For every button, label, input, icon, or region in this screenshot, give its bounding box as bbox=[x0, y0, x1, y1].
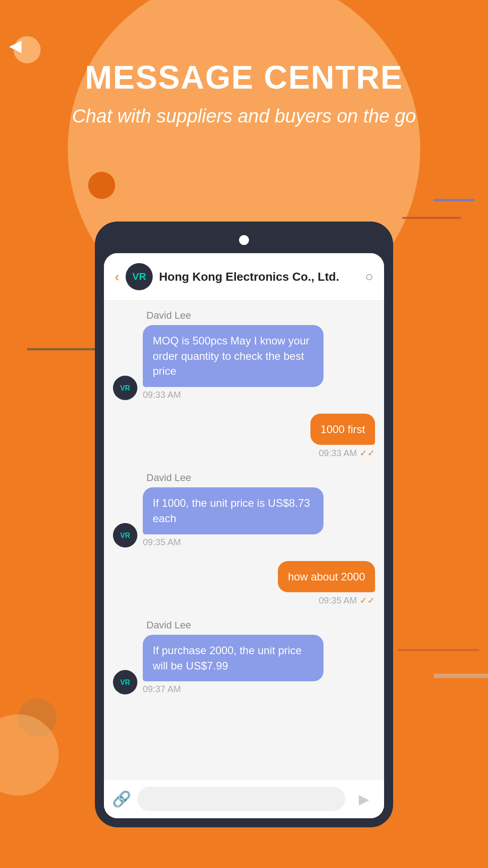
bubble-2: 1000 first bbox=[310, 414, 375, 445]
message-group-4: how about 2000 09:35 AM ✓✓ bbox=[113, 561, 375, 606]
message-input[interactable] bbox=[137, 787, 345, 811]
chat-header: ‹ VR Hong Kong Electronics Co., Ltd. ○ bbox=[104, 253, 384, 301]
message-group-2: 1000 first 09:33 AM ✓✓ bbox=[113, 414, 375, 459]
message-row-4: how about 2000 09:35 AM ✓✓ bbox=[113, 561, 375, 606]
bg-line-red-bottom bbox=[398, 649, 479, 651]
message-row-1: VR MOQ is 500pcs May I know your order q… bbox=[113, 325, 375, 400]
message-row-2: 1000 first 09:33 AM ✓✓ bbox=[113, 414, 375, 459]
message-group-3: David Lee VR If 1000, the unit price is … bbox=[113, 472, 375, 547]
message-time-5: 09:37 AM bbox=[143, 684, 324, 694]
contact-name: Hong Kong Electronics Co., Ltd. bbox=[159, 270, 365, 284]
message-group-5: David Lee VR If purchase 2000, the unit … bbox=[113, 619, 375, 694]
page-subtitle: Chat with suppliers and buyers on the go bbox=[0, 104, 488, 129]
bg-line-red bbox=[402, 217, 461, 219]
contact-avatar: VR bbox=[126, 263, 153, 290]
svg-text:VR: VR bbox=[120, 679, 131, 687]
svg-text:VR: VR bbox=[132, 271, 146, 282]
bubble-1: MOQ is 500pcs May I know your order quan… bbox=[143, 325, 324, 387]
bubble-4: how about 2000 bbox=[278, 561, 375, 593]
bg-circle-orange bbox=[88, 172, 115, 199]
tick-icon-1: ✓✓ bbox=[360, 448, 375, 458]
chat-back-button[interactable]: ‹ bbox=[115, 269, 119, 284]
bubble-3: If 1000, the unit price is US$8.73 each bbox=[143, 487, 324, 534]
msg-avatar-5: VR bbox=[113, 670, 137, 694]
message-row-5: VR If purchase 2000, the unit price will… bbox=[113, 635, 375, 694]
attach-icon[interactable]: 🔗 bbox=[112, 790, 131, 808]
svg-text:VR: VR bbox=[120, 532, 131, 539]
page-back-arrow[interactable]: ◀ bbox=[9, 36, 22, 55]
sender-name-5: David Lee bbox=[146, 619, 375, 631]
chat-screen: ‹ VR Hong Kong Electronics Co., Ltd. ○ D… bbox=[104, 253, 384, 818]
bubble-5: If purchase 2000, the unit price will be… bbox=[143, 635, 324, 681]
msg-avatar-1: VR bbox=[113, 376, 137, 400]
svg-text:VR: VR bbox=[120, 384, 131, 392]
message-row-3: VR If 1000, the unit price is US$8.73 ea… bbox=[113, 487, 375, 547]
chat-search-icon[interactable]: ○ bbox=[365, 269, 373, 284]
message-time-3: 09:35 AM bbox=[143, 537, 324, 547]
message-time-2: 09:33 AM ✓✓ bbox=[310, 448, 375, 458]
bg-line-gray-right bbox=[434, 674, 488, 678]
page-title: MESSAGE CENTRE bbox=[0, 59, 488, 96]
message-time-1: 09:33 AM bbox=[143, 390, 324, 400]
input-area: 🔗 ▶ bbox=[104, 779, 384, 818]
header-area: MESSAGE CENTRE Chat with suppliers and b… bbox=[0, 59, 488, 129]
message-time-4: 09:35 AM ✓✓ bbox=[278, 595, 375, 606]
sender-name-1: David Lee bbox=[146, 310, 375, 321]
msg-avatar-3: VR bbox=[113, 523, 137, 547]
sender-name-3: David Lee bbox=[146, 472, 375, 484]
bg-line-purple bbox=[434, 199, 474, 201]
tick-icon-2: ✓✓ bbox=[360, 595, 375, 606]
message-group-1: David Lee VR MOQ is 500pcs May I know yo… bbox=[113, 310, 375, 400]
messages-area: David Lee VR MOQ is 500pcs May I know yo… bbox=[104, 301, 384, 779]
send-button[interactable]: ▶ bbox=[352, 787, 376, 811]
phone-camera bbox=[239, 235, 249, 245]
phone-mockup: ‹ VR Hong Kong Electronics Co., Ltd. ○ D… bbox=[95, 222, 393, 827]
